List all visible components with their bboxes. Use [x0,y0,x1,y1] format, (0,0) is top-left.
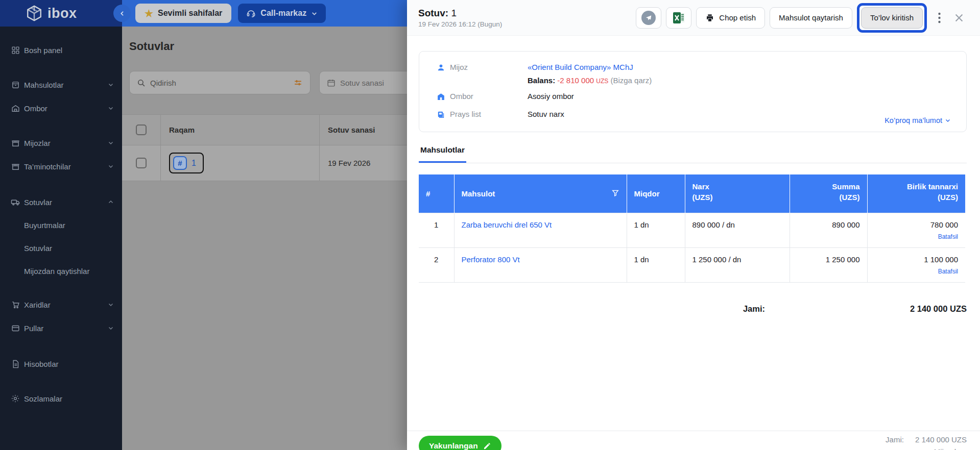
return-product-label: Mahsulot qaytarish [779,13,843,22]
balance-value: -2 810 000 UZS [557,76,608,85]
sidebar-item-xaridlar[interactable]: Xaridlar [0,293,122,316]
dashboard-grid-icon [11,45,20,55]
more-info-link[interactable]: Ko’proq ma’lumot [885,116,951,124]
telegram-icon [641,11,656,25]
sale-info-card: Mijoz «Orient Build Company» MChJ Balans… [419,51,967,132]
product-link[interactable]: Zarba beruvchi drel 650 Vt [462,220,552,229]
sidebar-item-label: Bosh panel [24,46,114,55]
sidebar-item-hisobotlar[interactable]: Hisobotlar [0,352,122,376]
sidebar-item-label: Xaridlar [24,301,108,309]
delivery-truck-icon [11,197,20,207]
list-controls: Sotuv sanasi [129,71,419,94]
person-icon [437,63,445,73]
sale-number-badge-highlighted[interactable]: # 1 [169,153,204,173]
totals-label: Jami: [743,304,765,314]
close-drawer-button[interactable] [951,7,967,29]
telegram-share-button[interactable] [636,7,661,29]
warehouse-icon [11,104,20,113]
customer-link[interactable]: «Orient Build Company» MChJ [528,63,652,71]
sidebar-item-ombor[interactable]: Ombor [0,96,122,120]
sidebar-subitem-mijozdan-qaytishlar[interactable]: Mijozdan qaytishlar [0,260,122,283]
sidebar-item-mijozlar[interactable]: Mijozlar [0,131,122,155]
drawer-title-value: 1 [451,8,457,18]
report-document-icon [11,359,20,368]
return-product-button[interactable]: Mahsulot qaytarish [770,7,852,29]
drawer-subtitle: 19 Fev 2026 16:12 (Bugun) [418,20,502,28]
sales-list-panel: Sotuvlar Sotuv sanasi Raqam Sotuv sanasi [122,27,407,450]
add-payment-button[interactable]: To’lov kiritish [861,7,923,29]
storefront-icon [11,138,20,147]
sale-date-filter-label: Sotuv sanasi [340,79,384,87]
row-index: 1 [419,213,454,247]
kebab-menu-icon [938,12,941,23]
table-row[interactable]: # 1 19 Fev 2026 [122,145,407,181]
search-box[interactable] [129,71,310,94]
col-header-product: Mahsulot [454,174,627,213]
product-box-icon [11,80,20,89]
favorites-label: Sevimli sahifalar [158,9,222,18]
column-header-date: Sotuv sanasi [319,115,407,145]
row-checkbox[interactable] [136,158,147,168]
product-link[interactable]: Perforator 800 Vt [462,255,520,264]
sidebar-item-sotuvlar[interactable]: Sotuvlar [0,190,122,214]
balance-note: (Bizga qarz) [610,76,652,85]
col-header-num: # [419,174,454,213]
product-row: 1 Zarba beruvchi drel 650 Vt 1 dn 890 00… [419,213,965,247]
filter-funnel-icon[interactable] [611,189,619,198]
sidebar-subitem-buyurtmalar[interactable]: Buyurtmalar [0,214,122,237]
drawer-header: Sotuv: 1 19 Fev 2026 16:12 (Bugun) [407,0,980,36]
sidebar-subitem-label: Buyurtmalar [24,221,65,230]
prays-value: Sotuv narx [528,110,564,120]
detail-link[interactable]: Batafsil [875,268,959,275]
favorites-button[interactable]: ★ Sevimli sahifalar [135,4,231,23]
more-info-label: Ko’proq ma’lumot [885,116,942,124]
qty-cell: 1 dn [627,213,685,247]
sale-detail-drawer: Sotuv: 1 19 Fev 2026 16:12 (Bugun) [407,0,980,450]
highlight-ring: To’lov kiritish [857,3,927,33]
tab-mahsulotlar[interactable]: Mahsulotlar [419,145,466,163]
sale-date-filter-button[interactable]: Sotuv sanasi [319,71,419,94]
footer-jami-value: 2 140 000 UZS [915,435,967,444]
drawer-title: Sotuv: 1 [418,8,502,19]
chevron-down-icon [108,162,114,171]
sidebar-item-label: Hisobotlar [24,360,114,368]
sidebar-item-pullar[interactable]: Pullar [0,316,122,340]
topbar: ★ Sevimli sahifalar Call-markaz [122,0,407,27]
credit-card-icon [11,323,20,333]
products-table: # Mahsulot Miqdor Narx(UZS) Summa(UZS) B… [419,174,965,283]
excel-export-button[interactable] [666,7,691,29]
col-header-unit-cost: Birlik tannarxi(UZS) [867,174,965,213]
sidebar-item-bosh-panel[interactable]: Bosh panel [0,38,122,62]
print-button[interactable]: Chop etish [696,7,765,29]
status-completed-button[interactable]: Yakunlangan [419,436,501,450]
filter-sliders-icon [293,78,303,88]
sidebar-item-label: Mahsulotlar [24,81,108,89]
sidebar-item-sozlamalar[interactable]: Sozlamalar [0,387,122,410]
call-center-button[interactable]: Call-markaz [238,4,326,23]
drawer-title-label: Sotuv: [418,8,448,18]
chevron-down-icon [108,81,114,89]
price-cell: 1 250 000 / dn [685,247,790,282]
drawer-footer: Yakunlangan Jami: 2 140 000 UZS Mijozdan… [407,431,980,450]
col-header-qty: Miqdor [627,174,685,213]
sidebar-item-label: Sozlamalar [24,394,114,403]
select-all-checkbox[interactable] [136,124,147,135]
print-button-label: Chop etish [719,13,756,22]
footer-second-line: Mijozdan: [886,447,967,450]
column-header-number: Raqam [160,115,319,145]
app-root: ibox Bosh panel Mahsulotlar Ombor Mijozl… [0,0,980,450]
balance-label: Balans: [528,76,555,85]
col-header-product-label: Mahsulot [462,189,495,198]
shopping-cart-icon [11,300,20,309]
more-actions-button[interactable] [931,7,947,29]
sidebar-item-label: Pullar [24,324,108,333]
col-header-price: Narx(UZS) [685,174,790,213]
sidebar-item-taminotchilar[interactable]: Ta’minotchilar [0,155,122,178]
app-logo: ibox [0,0,122,27]
detail-link[interactable]: Batafsil [875,233,959,240]
sidebar-item-mahsulotlar[interactable]: Mahsulotlar [0,73,122,96]
sidebar-subitem-sotuvlar[interactable]: Sotuvlar [0,237,122,260]
sidebar-collapse-button[interactable] [113,5,131,22]
sale-date-cell: 19 Fev 2026 [319,145,407,181]
search-input[interactable] [150,79,289,87]
